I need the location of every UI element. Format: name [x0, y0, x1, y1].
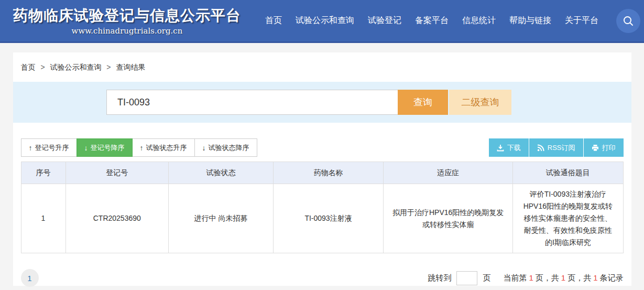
cell-index: 1	[21, 184, 66, 253]
rss-button[interactable]: RSS订阅	[529, 138, 583, 157]
sort-status-asc-button[interactable]: ↑ 试验状态升序	[132, 138, 195, 157]
sort-button-group: ↑ 登记号升序 ↓ 登记号降序 ↑ 试验状态升序 ↓ 试验状态降序	[21, 138, 257, 157]
breadcrumb-home[interactable]: 首页	[21, 63, 36, 71]
jump-page-input[interactable]	[456, 271, 477, 285]
search-section: 查询 二级查询	[13, 82, 631, 123]
table-header-row: 序号 登记号 试验状态 药物名称 适应症 试验通俗题目	[21, 162, 623, 184]
print-button[interactable]: 打印	[583, 138, 624, 157]
arrow-down-icon: ↓	[202, 144, 206, 152]
header: 药物临床试验登记与信息公示平台 www.chinadrugtrials.org.…	[0, 0, 644, 43]
cell-registration-no[interactable]: CTR20253690	[66, 184, 168, 253]
nav-item-filing-platform[interactable]: 备案平台	[415, 15, 449, 26]
jump-label: 跳转到	[428, 273, 451, 283]
col-header-index: 序号	[21, 162, 66, 184]
sort-regno-asc-button[interactable]: ↑ 登记号升序	[21, 138, 77, 157]
sort-status-desc-button[interactable]: ↓ 试验状态降序	[194, 138, 257, 157]
jump-unit: 页	[483, 273, 490, 283]
site-url: www.chinadrugtrials.org.cn	[72, 26, 183, 36]
col-header-status: 试验状态	[168, 162, 273, 184]
main-nav: 首页 试验公示和查询 试验登记 备案平台 信息统计 帮助与链接 关于平台	[265, 15, 612, 26]
action-button-group: 下载 RSS订阅 打印	[489, 138, 624, 157]
col-header-indication: 适应症	[384, 162, 513, 184]
page-1-button[interactable]: 1	[21, 269, 39, 287]
sort-regno-desc-button[interactable]: ↓ 登记号降序	[77, 138, 133, 157]
cell-public-title: 评价TI-0093注射液治疗HPV16阳性的晚期复发或转移性实体瘤患者的安全性、…	[513, 184, 623, 253]
page-summary: 当前第1页，共1页，共1条记录	[503, 273, 623, 283]
print-icon	[592, 144, 599, 152]
nav-item-trial-registration[interactable]: 试验登记	[368, 15, 401, 26]
cell-drug-name: TI-0093注射液	[273, 184, 383, 253]
nav-item-help-links[interactable]: 帮助与链接	[509, 15, 551, 26]
cell-status: 进行中 尚未招募	[168, 184, 273, 253]
col-header-drug-name: 药物名称	[273, 162, 383, 184]
total-pages-number: 1	[561, 273, 565, 282]
pagination: 1 跳转到 页 当前第1页，共1页，共1条记录	[13, 269, 631, 287]
download-icon	[497, 144, 504, 152]
download-button[interactable]: 下载	[489, 138, 529, 157]
site-title: 药物临床试验登记与信息公示平台	[13, 6, 241, 26]
col-header-registration-no: 登记号	[66, 162, 168, 184]
content-panel: 首页 > 试验公示和查询 > 查询结果 查询 二级查询 ↑ 登记号升序 ↓ 登记…	[13, 52, 631, 286]
col-header-public-title: 试验通俗题目	[513, 162, 623, 184]
breadcrumb: 首页 > 试验公示和查询 > 查询结果	[13, 52, 631, 82]
results-table: 序号 登记号 试验状态 药物名称 适应症 试验通俗题目 1 CTR2025369…	[21, 162, 624, 253]
breadcrumb-current: 查询结果	[116, 63, 145, 71]
breadcrumb-separator: >	[106, 63, 111, 71]
query-button[interactable]: 查询	[398, 90, 448, 115]
secondary-query-button[interactable]: 二级查询	[449, 90, 511, 115]
current-page-number: 1	[529, 273, 533, 282]
nav-item-about[interactable]: 关于平台	[565, 15, 598, 26]
nav-item-search-publicity[interactable]: 试验公示和查询	[296, 15, 354, 26]
header-search-button[interactable]	[616, 9, 640, 33]
nav-item-home[interactable]: 首页	[265, 15, 282, 26]
nav-item-statistics[interactable]: 信息统计	[462, 15, 496, 26]
breadcrumb-separator: >	[40, 63, 45, 71]
arrow-up-icon: ↑	[29, 144, 32, 152]
search-icon	[623, 15, 634, 27]
total-records-number: 1	[593, 273, 597, 282]
site-logo[interactable]: 药物临床试验登记与信息公示平台 www.chinadrugtrials.org.…	[13, 6, 241, 36]
arrow-up-icon: ↑	[140, 144, 144, 152]
arrow-down-icon: ↓	[84, 144, 88, 152]
cell-indication: 拟用于治疗HPV16阳性的晚期复发或转移性实体瘤	[384, 184, 513, 253]
rss-icon	[537, 144, 544, 152]
table-row[interactable]: 1 CTR20253690 进行中 尚未招募 TI-0093注射液 拟用于治疗H…	[21, 184, 623, 253]
toolbar: ↑ 登记号升序 ↓ 登记号降序 ↑ 试验状态升序 ↓ 试验状态降序	[13, 138, 631, 157]
breadcrumb-search-publicity[interactable]: 试验公示和查询	[50, 63, 101, 71]
search-input[interactable]	[106, 90, 398, 115]
